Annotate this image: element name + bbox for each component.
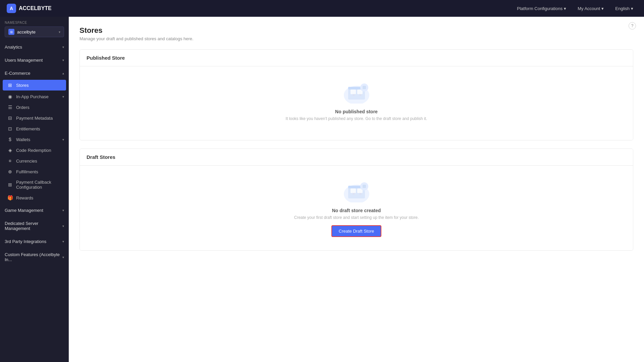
sidebar-item-payment-callback[interactable]: ⊞ Payment Callback Configuration (0, 177, 69, 192)
namespace-icon: ⊞ (8, 29, 14, 35)
draft-stores-body: ✕ ✕ No draft store created Create your f… (80, 166, 633, 250)
published-store-header: Published Store (80, 50, 633, 66)
entitlements-icon: ⊡ (7, 126, 13, 131)
sidebar-item-stores[interactable]: ⊞ Stores (3, 80, 66, 90)
draft-stores-empty-desc: Create your first draft store and start … (294, 215, 419, 220)
custom-features-header[interactable]: Custom Features (Accelbyte In... ▾ (0, 249, 69, 265)
help-icon[interactable]: ? (629, 22, 636, 29)
draft-stores-card: Draft Stores ✕ ✕ No draft stor (79, 148, 633, 251)
namespace-section: NAMESPACE ⊞ accelbyte ▾ (0, 17, 69, 40)
stores-icon: ⊞ (7, 82, 13, 88)
fulfillments-label: Fulfillments (16, 169, 38, 174)
wallets-label: Wallets (16, 137, 30, 142)
my-account-menu[interactable]: My Account ▾ (574, 4, 608, 13)
third-party-header[interactable]: 3rd Party Integrations ▾ (0, 236, 69, 247)
language-chevron-icon: ▾ (631, 6, 633, 11)
ecommerce-header[interactable]: E-Commerce ▴ (0, 67, 69, 79)
entitlements-label: Entitlements (16, 126, 40, 131)
dedicated-server-header[interactable]: Dedicated Server Management ▾ (0, 218, 69, 234)
draft-stores-empty-title: No draft store created (332, 208, 381, 213)
sidebar-item-in-app-purchase[interactable]: ◉ In-App Purchase ▾ (0, 91, 69, 102)
custom-features-label: Custom Features (Accelbyte In... (5, 252, 62, 262)
payment-metadata-icon: ⊟ (7, 115, 13, 121)
sidebar-item-code-redemption[interactable]: ◈ Code Redemption (0, 145, 69, 156)
analytics-label: Analytics (5, 45, 22, 50)
users-management-section: Users Management ▾ (0, 54, 69, 66)
sidebar-item-rewards[interactable]: 🎁 Rewards (0, 192, 69, 203)
svg-rect-8 (363, 86, 366, 89)
sidebar: NAMESPACE ⊞ accelbyte ▾ Analytics ▾ User… (0, 17, 69, 362)
sidebar-item-wallets[interactable]: $ Wallets ▾ (0, 134, 69, 145)
platform-configurations-label: Platform Configurations (517, 6, 562, 11)
in-app-purchase-chevron-icon: ▾ (62, 95, 64, 99)
users-management-chevron-icon: ▾ (62, 58, 64, 62)
dedicated-server-section: Dedicated Server Management ▾ (0, 218, 69, 234)
game-management-chevron-icon: ▾ (62, 208, 64, 212)
currencies-label: Currencies (16, 159, 37, 164)
sidebar-item-currencies[interactable]: ¤ Currencies (0, 156, 69, 166)
my-account-label: My Account (578, 6, 600, 11)
in-app-purchase-icon: ◉ (7, 94, 13, 99)
payment-callback-label: Payment Callback Configuration (16, 180, 64, 190)
sidebar-item-payment-metadata[interactable]: ⊟ Payment Metadata (0, 113, 69, 123)
published-store-body: ✕ ✕ No published store It looks like you… (80, 66, 633, 140)
page-title: Stores (79, 26, 633, 35)
rewards-icon: 🎁 (7, 195, 13, 200)
dedicated-server-chevron-icon: ▾ (62, 224, 64, 228)
code-redemption-icon: ◈ (7, 147, 13, 153)
platform-configurations-menu[interactable]: Platform Configurations ▾ (513, 4, 570, 13)
third-party-chevron-icon: ▾ (62, 240, 64, 243)
my-account-chevron-icon: ▾ (601, 6, 604, 11)
wallets-icon: $ (7, 137, 13, 142)
published-store-card: Published Store ✕ ✕ (79, 49, 633, 140)
rewards-label: Rewards (16, 195, 33, 200)
users-management-header[interactable]: Users Management ▾ (0, 54, 69, 66)
svg-text:✕: ✕ (352, 93, 355, 97)
namespace-value: accelbyte (17, 29, 36, 35)
third-party-section: 3rd Party Integrations ▾ (0, 236, 69, 247)
sidebar-item-entitlements[interactable]: ⊡ Entitlements (0, 123, 69, 134)
svg-text:✕: ✕ (359, 192, 362, 196)
svg-text:✕: ✕ (352, 192, 355, 196)
wallets-chevron-icon: ▾ (62, 138, 64, 141)
logo-icon: A (7, 4, 16, 13)
ecommerce-label: E-Commerce (5, 71, 31, 76)
currencies-icon: ¤ (7, 158, 13, 164)
logo-text: ACCELBYTE (19, 5, 52, 11)
language-label: English (615, 6, 630, 11)
analytics-section: Analytics ▾ (0, 41, 69, 53)
platform-configurations-chevron-icon: ▾ (564, 6, 566, 11)
published-store-empty-desc: It looks like you haven't published any … (286, 116, 427, 121)
dedicated-server-label: Dedicated Server Management (5, 221, 62, 231)
draft-stores-header: Draft Stores (80, 149, 633, 166)
sidebar-item-orders[interactable]: ☰ Orders (0, 102, 69, 113)
logo: A ACCELBYTE (7, 4, 52, 13)
top-nav: A ACCELBYTE Platform Configurations ▾ My… (0, 0, 644, 17)
draft-stores-illustration: ✕ ✕ (341, 179, 372, 202)
namespace-selector[interactable]: ⊞ accelbyte ▾ (5, 26, 64, 37)
orders-label: Orders (16, 105, 30, 110)
game-management-header[interactable]: Game Management ▾ (0, 204, 69, 216)
third-party-label: 3rd Party Integrations (5, 239, 46, 244)
svg-text:✕: ✕ (359, 93, 362, 97)
svg-rect-17 (363, 185, 366, 188)
in-app-purchase-label: In-App Purchase (16, 94, 49, 99)
page-subtitle: Manage your draft and published stores a… (79, 36, 633, 41)
published-store-empty-title: No published store (335, 109, 378, 114)
published-store-illustration: ✕ ✕ (341, 80, 372, 104)
payment-callback-icon: ⊞ (7, 182, 13, 187)
game-management-label: Game Management (5, 208, 43, 213)
sidebar-item-fulfillments[interactable]: ⊕ Fulfillments (0, 166, 69, 177)
ecommerce-chevron-icon: ▴ (62, 71, 64, 75)
ecommerce-section: E-Commerce ▴ ⊞ Stores ◉ In-App Purchase … (0, 67, 69, 203)
custom-features-section: Custom Features (Accelbyte In... ▾ (0, 249, 69, 265)
game-management-section: Game Management ▾ (0, 204, 69, 216)
fulfillments-icon: ⊕ (7, 169, 13, 174)
analytics-header[interactable]: Analytics ▾ (0, 41, 69, 53)
payment-metadata-label: Payment Metadata (16, 116, 53, 121)
language-menu[interactable]: English ▾ (611, 4, 637, 13)
analytics-chevron-icon: ▾ (62, 45, 64, 49)
main-content: ? Stores Manage your draft and published… (69, 17, 644, 362)
create-draft-store-button[interactable]: Create Draft Store (331, 225, 382, 237)
custom-features-chevron-icon: ▾ (62, 255, 64, 259)
